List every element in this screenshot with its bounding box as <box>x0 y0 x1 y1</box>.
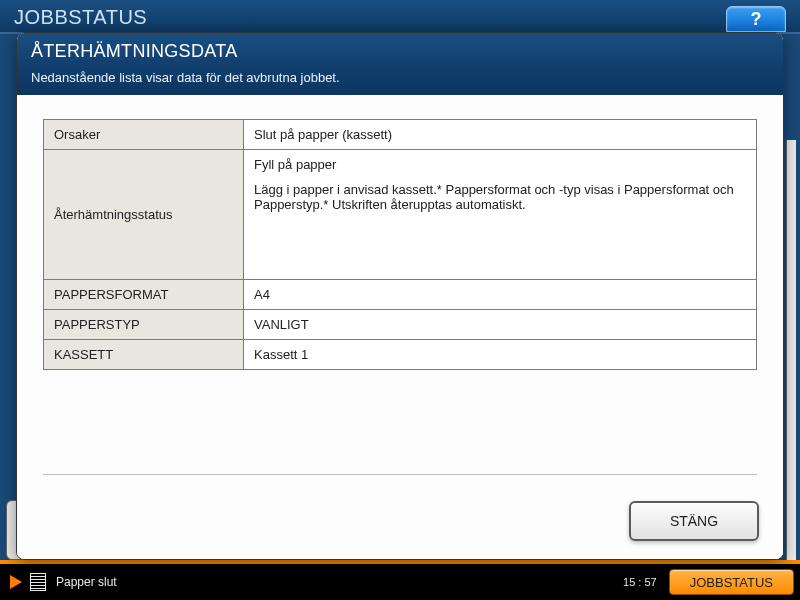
play-icon <box>10 575 22 589</box>
dialog-footer: STÄNG <box>17 487 783 559</box>
jobstatus-button[interactable]: JOBBSTATUS <box>669 569 794 595</box>
help-icon: ? <box>751 9 762 29</box>
causes-value: Slut på papper (kassett) <box>244 120 757 150</box>
table-row: KASSETT Kassett 1 <box>44 340 757 370</box>
background-title: JOBBSTATUS <box>14 6 147 28</box>
side-panel-stub <box>786 140 796 560</box>
tray-value: Kassett 1 <box>244 340 757 370</box>
close-button[interactable]: STÄNG <box>629 501 759 541</box>
tray-label: KASSETT <box>44 340 244 370</box>
causes-label: Orsaker <box>44 120 244 150</box>
recovery-status-value: Fyll på papper Lägg i papper i anvisad k… <box>244 150 757 280</box>
recovery-line1: Fyll på papper <box>254 157 746 172</box>
status-message: Papper slut <box>56 575 117 589</box>
paper-format-value: A4 <box>244 280 757 310</box>
recovery-line2: Lägg i papper i anvisad kassett.* Papper… <box>254 182 746 212</box>
help-button[interactable]: ? <box>726 6 786 32</box>
table-row: PAPPERSFORMAT A4 <box>44 280 757 310</box>
dialog-body: Orsaker Slut på papper (kassett) Återhäm… <box>17 95 783 559</box>
document-icon <box>30 573 46 591</box>
table-row: Återhämtningsstatus Fyll på papper Lägg … <box>44 150 757 280</box>
table-row: Orsaker Slut på papper (kassett) <box>44 120 757 150</box>
dialog-subtitle: Nedanstående lista visar data för det av… <box>17 66 783 95</box>
dialog-divider <box>43 474 757 475</box>
paper-format-label: PAPPERSFORMAT <box>44 280 244 310</box>
status-bar: Papper slut 15 : 57 JOBBSTATUS <box>0 564 800 600</box>
dialog-title: ÅTERHÄMTNINGSDATA <box>17 33 783 66</box>
paper-type-label: PAPPERSTYP <box>44 310 244 340</box>
recovery-table: Orsaker Slut på papper (kassett) Återhäm… <box>43 119 757 370</box>
paper-type-value: VANLIGT <box>244 310 757 340</box>
recovery-status-label: Återhämtningsstatus <box>44 150 244 280</box>
background-header: JOBBSTATUS <box>0 0 800 34</box>
recovery-data-dialog: ÅTERHÄMTNINGSDATA Nedanstående lista vis… <box>16 32 784 560</box>
table-row: PAPPERSTYP VANLIGT <box>44 310 757 340</box>
status-time: 15 : 57 <box>623 575 665 589</box>
